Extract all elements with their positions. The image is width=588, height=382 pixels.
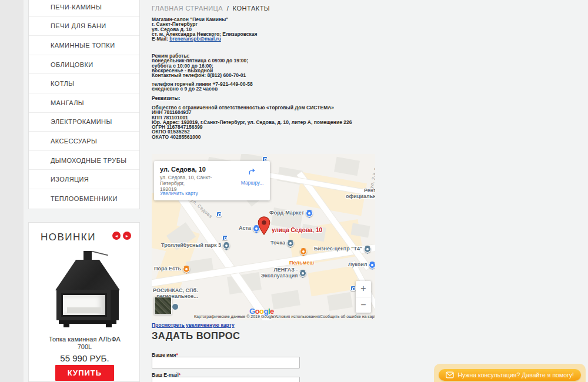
view-larger-map-link[interactable]: Просмотреть увеличенную карту <box>152 322 235 328</box>
chat-label: Нужна консультация? Давайте я помогу! <box>457 371 574 378</box>
map-poi[interactable]: Точка <box>270 240 294 247</box>
fireplace-foot <box>64 324 69 327</box>
breadcrumb-separator: / <box>227 5 229 12</box>
poi-label: Аста <box>239 226 251 232</box>
zoom-in-button[interactable]: + <box>356 281 371 297</box>
transit-stop-icon[interactable] <box>216 212 222 217</box>
poi-label: Бизнес-центр "Т4" <box>314 246 362 252</box>
attribution-link[interactable]: Сообщить об ошибке на карте <box>320 314 375 319</box>
map-pin-icon <box>364 246 371 253</box>
sidebar-category-item[interactable]: КАМИННЫЕ ТОПКИ <box>29 36 139 55</box>
sidebar-category-item[interactable]: КОТЛЫ <box>29 74 139 93</box>
map-poi[interactable]: ЛЕНГАЗ -Эксплуатация <box>261 267 306 279</box>
map-zoom-control: + − <box>356 281 371 313</box>
enlarge-map-link[interactable]: Увеличить карту <box>160 190 198 196</box>
poi-label: ЛЕНГАЗ -Эксплуатация <box>261 267 298 279</box>
name-input[interactable] <box>152 357 300 368</box>
fireplace-handle <box>92 251 108 256</box>
poi-label: Пельмеш <box>289 260 314 266</box>
sidebar-category-item[interactable]: ИЗОЛЯЦИЯ <box>29 170 139 189</box>
map-poi[interactable]: Троллейбусный парк 3 <box>161 242 230 249</box>
info-window-address: ул. Седова, 10, Санкт-Петербург, 192019 <box>160 175 230 192</box>
map-attribution: Картографические данные © 2019 GoogleУсл… <box>194 314 374 319</box>
product-price: 55 990 РУБ. <box>29 353 141 363</box>
map-pin-icon <box>223 242 230 249</box>
info-address-line1: ул. Седова, 10, Санкт-Петербург, <box>160 175 212 186</box>
map-pin-icon <box>183 266 190 273</box>
map-pin-icon <box>300 248 307 255</box>
buy-button[interactable]: КУПИТЬ <box>55 365 114 381</box>
breadcrumb: ГЛАВНАЯ СТРАНИЦА / КОНТАКТЫ <box>152 5 270 12</box>
work-schedule-block: Режим работы:понедельник-пятница с 09:00… <box>152 53 376 78</box>
map-poi[interactable]: Пельмеш <box>289 260 314 266</box>
transit-stop-icon[interactable] <box>222 235 228 240</box>
map-poi[interactable]: Бизнес-центр "Т4" <box>314 246 371 253</box>
requisites-title: Реквизиты: <box>152 96 376 100</box>
hotline-line: ежедневно с 9 до 22 часов <box>152 86 376 91</box>
chat-consultation-button[interactable]: Нужна консультация? Давайте я помогу! <box>439 369 581 381</box>
email-link[interactable]: breneranspb@mail.ru <box>169 36 221 42</box>
sidebar-category-item[interactable]: ДЫМОХОДНЫЕ ТРУБЫ <box>29 151 139 170</box>
map-info-window: ул. Седова, 10 ул. Седова, 10, Санкт-Пет… <box>154 161 270 200</box>
breadcrumb-home-link[interactable]: ГЛАВНАЯ СТРАНИЦА <box>152 5 223 12</box>
attribution-link[interactable]: Картографические данные © 2019 Google <box>194 314 274 319</box>
category-menu: ПЕЧИ-КАМИНЫ ПЕЧИ ДЛЯ БАНИ КАМИННЫЕ ТОПКИ… <box>28 0 140 209</box>
question-form-title: ЗАДАТЬ ВОПРОС <box>152 330 240 341</box>
fireplace-side <box>111 290 119 320</box>
email-label: E-Mail: <box>152 36 168 42</box>
map-poi[interactable]: Лукоил <box>348 262 375 269</box>
poi-label: Троллейбусный парк 3 <box>161 243 221 249</box>
sidebar-category-item[interactable]: ПЕЧИ-КАМИНЫ <box>29 0 139 17</box>
attribution-link[interactable]: Условия использования <box>274 314 320 319</box>
marker-address-label: улица Седова, 10 <box>272 227 322 233</box>
poi-label: Точка <box>270 240 285 246</box>
poi-label: Лукоил <box>348 262 367 268</box>
poi-label: Рентофициальн <box>346 188 375 199</box>
schedule-line: Контактный телефон: 8(812) 600-70-01 <box>152 73 376 78</box>
fireplace-foot <box>106 324 112 327</box>
map-pin-icon <box>287 240 294 247</box>
map-pin-icon <box>299 270 306 277</box>
map-pin-icon <box>306 210 313 217</box>
fireplace-body <box>56 290 119 320</box>
carousel-prev-icon[interactable]: ◄ <box>112 232 121 240</box>
store-address-block: Магазин-салон "Печи Камины"г. Санкт-Пете… <box>152 17 376 41</box>
sidebar-category-item[interactable]: ТЕПЛООБМЕННИКИ <box>29 189 139 209</box>
email-line: E-Mail: breneranspb@mail.ru <box>152 36 376 41</box>
directions-button[interactable]: Маршру... <box>239 167 265 186</box>
directions-label: Маршру... <box>239 180 265 186</box>
sidebar-category-item[interactable]: ОБЛИЦОВКИ <box>29 55 139 75</box>
product-name[interactable]: Топка каминная АЛЬФА 700L <box>29 336 141 351</box>
chat-widget: Нужна консультация? Давайте я помогу! <box>434 364 586 382</box>
fireplace-hood <box>55 260 120 290</box>
email-input[interactable] <box>152 377 300 382</box>
page-left-margin <box>0 0 24 382</box>
sidebar-category-item[interactable]: ЭЛЕКТРОКАМИНЫ <box>29 113 139 132</box>
sidebar-category-item[interactable]: ПЕЧИ ДЛЯ БАНИ <box>29 17 139 36</box>
location-marker-icon[interactable] <box>258 216 270 237</box>
google-map[interactable]: Форд-МаркетАстаТроллейбусный парк 3Точка… <box>152 154 375 320</box>
requisites-block: Общество с ограниченной ответственностью… <box>152 105 376 139</box>
fireplace-glass <box>61 293 107 317</box>
envelope-icon <box>446 371 454 378</box>
map-poi[interactable]: Аста <box>239 225 260 232</box>
street-name-label: ул. 2-й Луч <box>369 162 375 189</box>
map-pin-icon <box>369 262 375 269</box>
map-poi[interactable]: Пора Есть <box>154 266 190 273</box>
map-poi[interactable]: Рентофициальн <box>346 188 375 199</box>
requisites-line: ОКАТО 40285561000 <box>152 135 376 139</box>
product-name-line1: Топка каминная АЛЬФА <box>49 336 121 343</box>
sidebar-category-item[interactable]: АКСЕССУАРЫ <box>29 132 139 151</box>
zoom-out-button[interactable]: − <box>356 297 371 313</box>
street-name-label: ул. Седова <box>190 197 213 219</box>
carousel-next-icon[interactable]: ► <box>123 232 131 240</box>
product-image[interactable] <box>55 251 120 330</box>
sidebar-category-item[interactable]: МАНГАЛЫ <box>29 93 139 113</box>
map-poi[interactable] <box>300 248 307 255</box>
map-pin-icon <box>172 303 179 310</box>
map-poi[interactable]: Форд-Маркет <box>269 210 313 217</box>
poi-label: Форд-Маркет <box>269 210 304 216</box>
breadcrumb-current: КОНТАКТЫ <box>233 5 270 12</box>
transit-stop-icon[interactable] <box>350 286 356 291</box>
satellite-view-toggle[interactable] <box>154 297 172 314</box>
